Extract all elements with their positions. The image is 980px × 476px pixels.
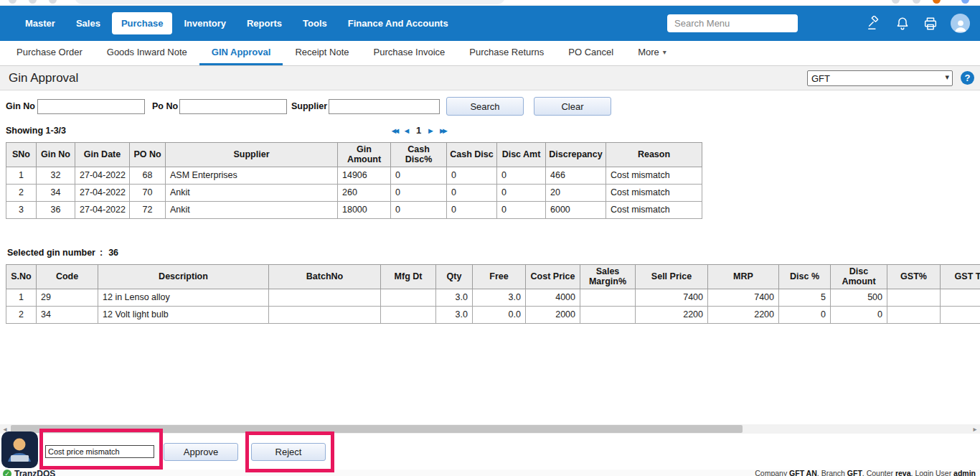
gin-date-cell: 27-04-2022 <box>75 184 130 201</box>
free-cell: 3.0 <box>473 289 526 306</box>
mrp-header: MRP <box>708 265 779 289</box>
horizontal-scrollbar[interactable]: ◂ ▸ <box>0 424 980 434</box>
gin-row[interactable]: 33627-04-202272Ankit180000006000Cost mis… <box>6 201 702 218</box>
nav-item-tools[interactable]: Tools <box>293 12 336 34</box>
clear-button[interactable]: Clear <box>534 97 611 116</box>
browser-profile-dot-icon[interactable] <box>933 0 941 4</box>
status-bar: ✓ TranzDOS Company GFT AN, Branch GFT, C… <box>0 470 980 476</box>
s-no-cell: 2 <box>6 306 37 323</box>
company-select-box: GFT ▾ <box>807 70 953 86</box>
mrp-cell: 7400 <box>708 289 779 306</box>
cost-price-cell: 4000 <box>526 289 580 306</box>
approve-button[interactable]: Approve <box>164 443 238 461</box>
tab-label: Purchase Order <box>17 47 83 57</box>
counter-label: , Counter <box>862 469 895 476</box>
gin-row[interactable]: 13227-04-202268ASM Enterprises1490600046… <box>6 167 702 184</box>
reason-cell: Cost mismatch <box>606 201 702 218</box>
browser-download-icon[interactable] <box>892 0 900 4</box>
selected-gin-separator: : <box>100 248 103 258</box>
next-page-icon[interactable]: ▸ <box>428 126 433 136</box>
gin-no-cell[interactable]: 32 <box>37 167 75 184</box>
purchase-tabbar: Purchase Order Goods Inward Note GIN App… <box>0 41 980 66</box>
sell-price-cell: 2200 <box>636 306 708 323</box>
rejection-reason-input[interactable] <box>45 445 154 458</box>
nav-item-purchase[interactable]: Purchase <box>112 12 173 34</box>
scroll-right-icon[interactable]: ▸ <box>970 424 980 434</box>
company-select[interactable]: GFT <box>807 70 953 86</box>
tab-purchase-returns[interactable]: Purchase Returns <box>457 41 556 65</box>
showing-count: Showing 1-3/3 <box>6 126 66 136</box>
po-no-input[interactable] <box>179 99 287 114</box>
branch-label: , Branch <box>817 469 847 476</box>
search-button[interactable]: Search <box>446 97 524 116</box>
nav-item-reports[interactable]: Reports <box>237 12 291 34</box>
tab-more[interactable]: More ▾ <box>626 41 679 65</box>
gin-no-cell[interactable]: 36 <box>37 201 75 218</box>
cash-disc-cell: 0 <box>391 201 447 218</box>
browser-address-bar[interactable] <box>75 0 505 4</box>
notifications-bell-icon[interactable] <box>895 16 910 32</box>
po-no-cell[interactable]: 72 <box>130 201 166 218</box>
help-button[interactable]: ? <box>961 71 974 85</box>
tab-po-cancel[interactable]: PO Cancel <box>556 41 626 65</box>
gst-cell <box>887 306 941 323</box>
page-header: Gin Approval GFT ▾ ? <box>0 66 980 90</box>
tab-goods-inward-note[interactable]: Goods Inward Note <box>95 41 199 65</box>
gst-header: GST% <box>887 265 941 289</box>
tab-gin-approval[interactable]: GIN Approval <box>199 41 283 65</box>
browser-account-icon[interactable] <box>961 0 969 4</box>
print-icon[interactable] <box>923 16 938 32</box>
tab-purchase-order[interactable]: Purchase Order <box>4 41 95 65</box>
s-no-cell: 1 <box>6 289 37 306</box>
supplier-cell: Ankit <box>166 201 338 218</box>
code-cell: 29 <box>37 289 98 306</box>
main-menu: Master Sales Purchase Inventory Reports … <box>16 6 458 41</box>
disc-amt-cell: 0 <box>497 184 546 201</box>
sno-cell: 3 <box>6 201 37 218</box>
scrollbar-thumb[interactable] <box>11 425 743 433</box>
browser-extension-icon[interactable] <box>913 0 920 4</box>
selected-gin-label: Selected gin number <box>7 248 95 258</box>
disc-amt-header: Disc Amt <box>497 143 546 167</box>
supplier-input[interactable] <box>329 99 440 114</box>
nav-item-master[interactable]: Master <box>16 12 65 34</box>
tab-label: Goods Inward Note <box>107 47 187 57</box>
brand-name: TranzDOS <box>14 469 55 476</box>
mrp-cell: 2200 <box>708 306 779 323</box>
first-page-icon[interactable]: ◂◂ <box>392 126 397 136</box>
browser-reload-icon[interactable] <box>49 0 57 4</box>
cash-disc-cell: 0 <box>391 167 447 184</box>
reason-cell: Cost mismatch <box>606 167 702 184</box>
menu-search-input[interactable] <box>667 14 798 32</box>
po-no-cell[interactable]: 68 <box>130 167 166 184</box>
po-no-cell[interactable]: 70 <box>130 184 166 201</box>
gin-row[interactable]: 23427-04-202270Ankit26000020Cost mismatc… <box>6 184 702 201</box>
current-page-number[interactable]: 1 <box>416 125 421 136</box>
gin-no-cell[interactable]: 34 <box>37 184 75 201</box>
browser-forward-icon[interactable] <box>29 0 37 4</box>
nav-item-sales[interactable]: Sales <box>67 12 110 34</box>
sell-price-header: Sell Price <box>636 265 708 289</box>
login-user-label: , Login User <box>911 469 954 476</box>
gin-amount-header: Gin Amount <box>338 143 391 167</box>
reject-button[interactable]: Reject <box>251 443 326 461</box>
sales-margin-cell <box>580 289 636 306</box>
header-row: S.NoCodeDescriptionBatchNoMfg DtQtyFreeC… <box>6 265 980 289</box>
auction-gavel-icon[interactable] <box>867 16 882 32</box>
previous-page-icon[interactable]: ◂ <box>405 126 409 136</box>
tab-label: PO Cancel <box>568 47 613 57</box>
user-avatar[interactable] <box>951 14 970 33</box>
browser-back-icon[interactable] <box>9 0 17 4</box>
gin-date-cell: 27-04-2022 <box>75 201 130 218</box>
nav-item-finance-and-accounts[interactable]: Finance And Accounts <box>339 12 458 34</box>
tab-purchase-invoice[interactable]: Purchase Invoice <box>362 41 458 65</box>
cash-disc-cell: 0 <box>447 184 497 201</box>
sales-margin-header: Sales Margin% <box>580 265 636 289</box>
selected-gin-line: Selected gin number:36 <box>7 248 118 258</box>
last-page-icon[interactable]: ▸▸ <box>440 126 446 136</box>
gst-tax-cell <box>941 306 980 323</box>
tab-receipt-note[interactable]: Receipt Note <box>283 41 361 65</box>
counter-value: reva <box>895 469 911 476</box>
nav-item-inventory[interactable]: Inventory <box>174 12 235 34</box>
gin-no-input[interactable] <box>37 99 145 114</box>
